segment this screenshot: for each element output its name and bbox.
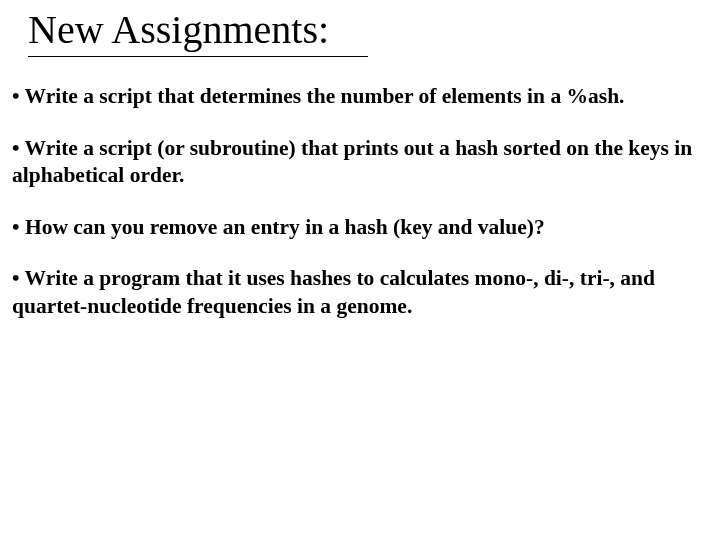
slide-body: • Write a script that determines the num… (0, 57, 720, 320)
slide: New Assignments: • Write a script that d… (0, 0, 720, 540)
bullet-icon: • (12, 266, 20, 290)
bullet-text: How can you remove an entry in a hash (k… (25, 215, 545, 239)
bullet-item: • Write a program that it uses hashes to… (12, 265, 702, 320)
bullet-item: • Write a script that determines the num… (12, 83, 702, 111)
bullet-text: Write a script that determines the numbe… (25, 84, 625, 108)
bullet-icon: • (12, 84, 20, 108)
bullet-icon: • (12, 136, 20, 160)
bullet-text: Write a program that it uses hashes to c… (12, 266, 655, 318)
bullet-item: • How can you remove an entry in a hash … (12, 214, 702, 242)
bullet-item: • Write a script (or subroutine) that pr… (12, 135, 702, 190)
bullet-text: Write a script (or subroutine) that prin… (12, 136, 692, 188)
slide-title: New Assignments: (0, 0, 720, 52)
bullet-icon: • (12, 215, 20, 239)
